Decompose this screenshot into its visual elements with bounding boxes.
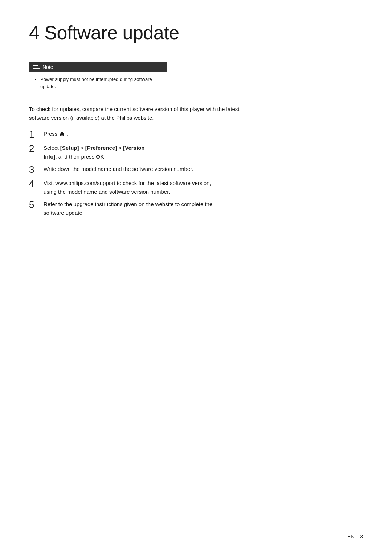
step-number-5: 5	[29, 199, 44, 210]
step-number-1: 1	[29, 129, 44, 140]
step-number-4: 4	[29, 178, 44, 189]
svg-marker-0	[60, 132, 65, 136]
step-content-2: Select [Setup] > [Preference] > [Version…	[44, 144, 144, 161]
step1-end: .	[66, 131, 68, 137]
footer-page: 13	[357, 534, 363, 539]
step-5: 5 Refer to the upgrade instructions give…	[29, 200, 363, 217]
footer: EN 13	[347, 534, 363, 539]
step1-press: Press	[44, 131, 59, 137]
step-1: 1 Press .	[29, 130, 363, 140]
step2-select: Select	[44, 145, 60, 151]
page-title: 4 Software update	[29, 22, 363, 44]
step-2: 2 Select [Setup] > [Preference] > [Versi…	[29, 144, 363, 161]
step-content-3: Write down the model name and the softwa…	[44, 165, 193, 173]
note-body: Power supply must not be interrupted dur…	[29, 72, 167, 94]
step2-setup: [Setup]	[60, 145, 79, 151]
intro-text: To check for updates, compare the curren…	[29, 105, 247, 122]
home-icon	[59, 131, 65, 137]
step-content-1: Press .	[44, 130, 68, 138]
step-number-2: 2	[29, 143, 44, 154]
note-text: Power supply must not be interrupted dur…	[40, 76, 162, 90]
step2-preference: [Preference]	[85, 145, 117, 151]
note-header: Note	[29, 62, 167, 72]
step2-then: , and then press	[55, 153, 96, 160]
step-4: 4 Visit www.philips.com/support to check…	[29, 179, 363, 196]
step-content-4: Visit www.philips.com/support to check f…	[44, 179, 218, 196]
step-3: 3 Write down the model name and the soft…	[29, 165, 363, 175]
footer-lang: EN	[347, 534, 354, 539]
step-content-5: Refer to the upgrade instructions given …	[44, 200, 218, 217]
step2-arrow2: >	[117, 145, 123, 151]
note-label: Note	[42, 64, 53, 70]
steps-list: 1 Press . 2 Select [Setup] > [Preference…	[29, 130, 363, 217]
note-box: Note Power supply must not be interrupte…	[29, 62, 167, 94]
step2-arrow1: >	[79, 145, 85, 151]
step2-ok: OK	[96, 153, 104, 160]
note-icon	[33, 65, 40, 69]
step2-period: .	[104, 153, 106, 160]
step-number-3: 3	[29, 164, 44, 175]
